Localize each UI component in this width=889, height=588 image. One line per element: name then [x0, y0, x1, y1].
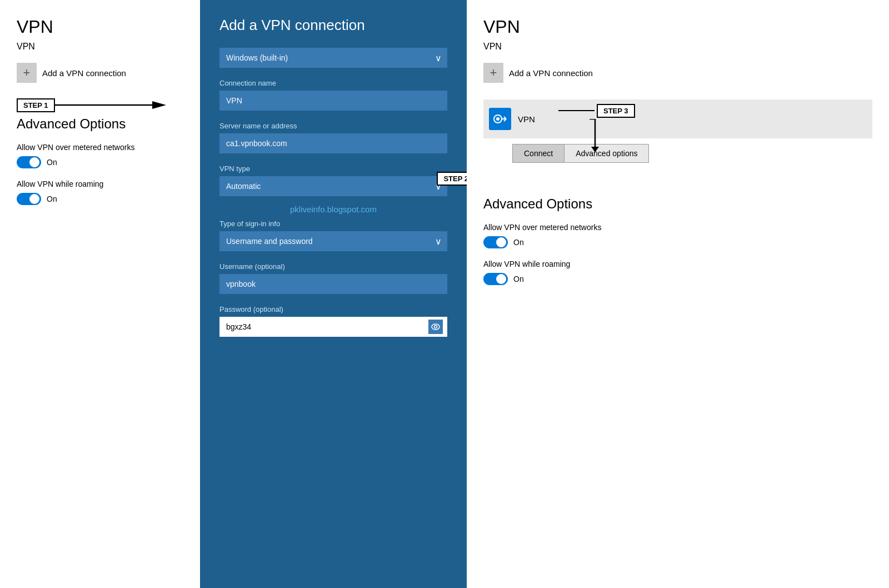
vpn-list-item: VPN [483, 99, 872, 138]
metered-label: Allow VPN over metered networks [17, 143, 183, 152]
password-group: Password (optional) [219, 305, 447, 337]
svg-point-7 [496, 117, 500, 121]
step1-arrow-icon [55, 97, 166, 113]
metered-toggle-value: On [47, 158, 57, 167]
svg-point-5 [434, 326, 437, 328]
roaming-toggle-section: Allow VPN while roaming On [17, 180, 183, 205]
roaming-label: Allow VPN while roaming [17, 180, 183, 188]
metered-toggle-row: On [17, 156, 183, 168]
left-title: VPN [17, 17, 183, 37]
vpn-type-label: VPN type [219, 165, 447, 173]
provider-select[interactable]: Windows (built-in) [219, 48, 447, 68]
right-roaming-section: Allow VPN while roaming On [483, 260, 872, 285]
form-title: Add a VPN connection [219, 17, 447, 34]
roaming-toggle-row: On [17, 193, 183, 205]
connection-name-label: Connection name [219, 79, 447, 87]
right-panel: VPN VPN + Add a VPN connection VPN STEP [467, 0, 889, 588]
server-group: Server name or address [219, 122, 447, 153]
right-metered-row: On [483, 236, 872, 248]
connection-name-input[interactable] [219, 91, 447, 111]
provider-select-wrapper: Windows (built-in) [219, 48, 447, 68]
signin-select[interactable]: Username and password [219, 231, 447, 251]
roaming-toggle[interactable] [17, 193, 41, 205]
add-vpn-label: Add a VPN connection [42, 68, 126, 78]
server-label: Server name or address [219, 122, 447, 130]
username-label: Username (optional) [219, 262, 447, 271]
svg-point-4 [432, 324, 439, 330]
show-password-icon[interactable] [428, 320, 443, 334]
watermark: pkliveinfo.blogspot.com [219, 205, 447, 214]
vpn-icon [489, 108, 511, 130]
left-advanced-title: Advanced Options [17, 116, 183, 132]
username-group: Username (optional) [219, 262, 447, 294]
provider-group: Windows (built-in) [219, 48, 447, 68]
right-add-vpn-label: Add a VPN connection [509, 68, 593, 78]
signin-select-wrapper: Username and password [219, 231, 447, 251]
right-subtitle: VPN [483, 42, 872, 52]
right-add-vpn-button[interactable]: + [483, 63, 503, 83]
form-panel: Add a VPN connection Windows (built-in) … [200, 0, 467, 588]
vpn-type-group: VPN type Automatic STEP 2 [219, 165, 447, 196]
add-vpn-button[interactable]: + [17, 63, 37, 83]
step3-annotation: STEP 3 [556, 102, 635, 152]
step3-container: STEP 3 Connect Advanced options [483, 144, 872, 163]
vpn-type-select-wrapper: Automatic [219, 176, 447, 196]
username-input[interactable] [219, 274, 447, 294]
left-panel: VPN VPN + Add a VPN connection STEP 1 Ad… [0, 0, 200, 588]
step3-arrow-left-icon [556, 102, 595, 119]
right-roaming-toggle[interactable] [483, 273, 508, 285]
step2-annotation: STEP 2 [437, 170, 467, 187]
signin-group: Type of sign-in info Username and passwo… [219, 220, 447, 251]
add-vpn-row: + Add a VPN connection STEP 1 [17, 63, 183, 83]
right-add-vpn-row: + Add a VPN connection [483, 63, 872, 83]
left-subtitle: VPN [17, 42, 183, 52]
right-metered-value: On [513, 238, 524, 247]
right-metered-section: Allow VPN over metered networks On [483, 223, 872, 248]
right-metered-label: Allow VPN over metered networks [483, 223, 872, 232]
right-roaming-value: On [513, 275, 524, 283]
metered-toggle[interactable] [17, 156, 41, 168]
roaming-toggle-value: On [47, 195, 57, 203]
server-input[interactable] [219, 133, 447, 153]
metered-toggle-section: Allow VPN over metered networks On [17, 143, 183, 168]
connection-name-group: Connection name [219, 79, 447, 111]
step1-label: STEP 1 [17, 98, 55, 112]
password-input[interactable] [219, 317, 447, 337]
right-roaming-row: On [483, 273, 872, 285]
signin-label: Type of sign-in info [219, 220, 447, 228]
right-advanced-title: Advanced Options [483, 196, 872, 212]
step3-down-arrow-icon [587, 119, 603, 152]
svg-marker-1 [152, 101, 166, 109]
step1-annotation: STEP 1 [17, 97, 166, 113]
right-metered-toggle[interactable] [483, 236, 508, 248]
step3-label: STEP 3 [597, 104, 635, 118]
svg-marker-14 [591, 147, 599, 152]
password-label: Password (optional) [219, 305, 447, 313]
password-wrapper [219, 317, 447, 337]
right-roaming-label: Allow VPN while roaming [483, 260, 872, 268]
vpn-type-select[interactable]: Automatic [219, 176, 447, 196]
step2-label: STEP 2 [437, 172, 467, 186]
right-title: VPN [483, 17, 872, 37]
